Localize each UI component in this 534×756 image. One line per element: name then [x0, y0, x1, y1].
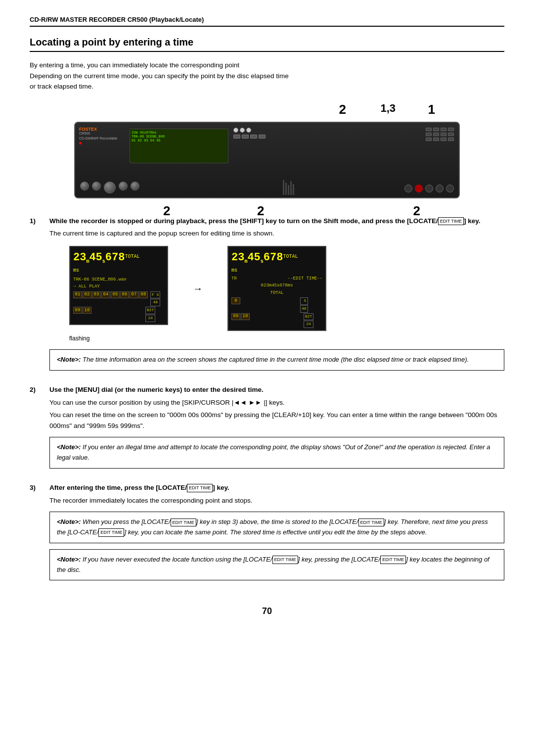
device-logo: FOSTEX: [79, 127, 124, 132]
lcd-right-total-label: TOTAL: [283, 254, 298, 259]
lcd-left-total-label: TOTAL: [125, 254, 139, 259]
step-3-bold: After entering the time, press the [LOCA…: [49, 482, 504, 493]
step-3-content: After entering the time, press the [LOCA…: [49, 482, 504, 586]
header-title: CD-R/RW MASTER RECORDER CR500 (Playback/…: [30, 16, 204, 23]
device-display-text: 23m 45s678ms TRK-06 SCENE_006 01 02 03 0…: [130, 129, 228, 144]
note4-badge1: EDIT TIME: [272, 556, 298, 564]
device-model: CR500: [79, 132, 124, 135]
annotation-2-bottom-right: 2: [413, 203, 420, 219]
annotation-1: 1: [428, 102, 435, 117]
device-body: FOSTEX CR500 CD-DA/BWF Recordable 23m 45…: [74, 122, 460, 198]
step-2-num: 2): [30, 384, 49, 474]
step-3-sub: The recorder immediately locates the cor…: [49, 495, 504, 506]
device-right-buttons: [426, 128, 454, 141]
note3-label: <Note>:: [57, 518, 81, 525]
annotation-2-bottom-mid: 2: [257, 203, 264, 219]
lcd-box-left: 23m45s678TOTAL ms TRK-06 SCENE_006.wav →…: [69, 246, 168, 325]
lcd-left-row2: 0910 BIT 24: [73, 307, 164, 322]
step-1-bold: While the recorder is stopped or during …: [49, 216, 504, 227]
note3-badge1: EDIT TIME: [171, 519, 196, 526]
intro-text: By entering a time, you can immediately …: [30, 60, 504, 92]
device-knobs: [80, 182, 139, 193]
note4-text: If you have never executed the locate fu…: [57, 556, 490, 573]
lcd-left-allplay: → ALL PLAY: [73, 283, 164, 290]
flashing-note: flashing: [69, 334, 504, 343]
note1-label: <Note>:: [57, 356, 81, 363]
edit-time-badge-3: EDIT TIME: [187, 484, 213, 492]
header-bar: CD-R/RW MASTER RECORDER CR500 (Playback/…: [30, 15, 504, 27]
lcd-right: 23m45s678TOTAL ms TR --EDIT TIME-- 023m4…: [227, 246, 326, 331]
step-2-sub1: You can use the cursor position by using…: [49, 397, 504, 408]
note-box-1: <Note>: The time information area on the…: [49, 349, 504, 371]
section-title: Locating a point by entering a time: [30, 37, 504, 52]
lcd-right-time: 23m45s678: [231, 251, 283, 264]
lcd-right-header: TR --EDIT TIME--: [231, 275, 322, 282]
note-box-2: <Note>: If you enter an illegal time and…: [49, 437, 504, 469]
lcd-left-time: 23m45s678: [73, 251, 125, 264]
note-box-4: <Note>: If you have never executed the l…: [49, 549, 504, 581]
step-1-content: While the recorder is stopped or during …: [49, 216, 504, 377]
device-left-section: FOSTEX CR500 CD-DA/BWF Recordable: [79, 127, 124, 144]
intro-line1: By entering a time, you can immediately …: [30, 60, 504, 71]
lcd-right-row1: 0 5 48: [231, 297, 322, 313]
note3-badge2: EDIT TIME: [358, 519, 384, 526]
note4-label: <Note>:: [57, 556, 81, 563]
lcd-left: 23m45s678TOTAL ms TRK-06 SCENE_006.wav →…: [69, 246, 168, 325]
lcd-left-ms: ms: [73, 268, 79, 273]
page: CD-R/RW MASTER RECORDER CR500 (Playback/…: [0, 0, 534, 756]
device-diagram: 2 1,3 1 FOSTEX CR500 CD-DA/BWF Recordabl…: [30, 102, 504, 211]
arrow-right: →: [188, 281, 208, 296]
step-2: 2) Use the [MENU] dial (or the numeric k…: [30, 384, 504, 474]
step-2-content: Use the [MENU] dial (or the numeric keys…: [49, 384, 504, 474]
note4-badge2: EDIT TIME: [380, 556, 406, 564]
step-2-sub2: You can reset the time on the screen to …: [49, 410, 504, 431]
note-box-3: <Note>: When you press the [LOCATE/EDIT …: [49, 512, 504, 543]
lcd-left-track: TRK-06 SCENE_006.wav: [73, 276, 164, 283]
device-transport-buttons: [404, 185, 454, 192]
lcd-right-time-display: 023m45s678ms: [231, 282, 322, 289]
note3-text: When you press the [LOCATE/EDIT TIME] ke…: [57, 518, 488, 536]
edit-time-badge-1: EDIT TIME: [438, 217, 464, 225]
step-1: 1) While the recorder is stopped or duri…: [30, 216, 504, 377]
device-sliders: [283, 180, 294, 195]
lcd-displays-row: 23m45s678TOTAL ms TRK-06 SCENE_006.wav →…: [69, 246, 504, 331]
lcd-right-edit-time: --EDIT TIME--: [288, 275, 322, 282]
lcd-right-ms: ms: [231, 268, 237, 273]
device-middle-buttons: [233, 128, 266, 139]
annotation-2-bottom-left: 2: [163, 203, 170, 219]
annotation-2-top: 2: [339, 102, 346, 117]
step-3: 3) After entering the time, press the [L…: [30, 482, 504, 586]
note2-text: If you enter an illegal time and attempt…: [57, 443, 490, 461]
page-number: 70: [30, 606, 504, 616]
lcd-box-right: 23m45s678TOTAL ms TR --EDIT TIME-- 023m4…: [227, 246, 326, 331]
note2-label: <Note>:: [57, 443, 81, 451]
lcd-right-row2: 0910 BIT 24: [231, 313, 322, 329]
note1-text: The time information area on the screen …: [83, 356, 469, 363]
lcd-right-total: TOTAL: [231, 289, 322, 296]
intro-line2: Depending on the current time mode, you …: [30, 71, 504, 82]
note3-badge3: EDIT TIME: [98, 528, 124, 536]
device-display-panel: 23m 45s678ms TRK-06 SCENE_006 01 02 03 0…: [130, 129, 228, 163]
lcd-right-tr: TR: [231, 275, 237, 282]
intro-line3: or track elapsed time.: [30, 81, 504, 92]
annotation-13: 1,3: [380, 102, 396, 115]
step-3-num: 3): [30, 482, 49, 586]
step-1-num: 1): [30, 216, 49, 377]
lcd-left-row1: 0102030405060708 F S 48: [73, 291, 164, 307]
step-2-bold: Use the [MENU] dial (or the numeric keys…: [49, 384, 504, 395]
step-1-sub: The current time is captured and the pop…: [49, 228, 504, 239]
